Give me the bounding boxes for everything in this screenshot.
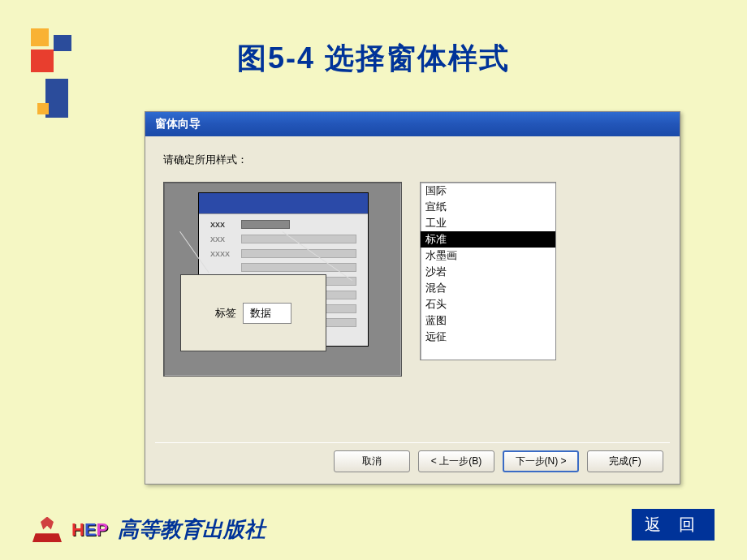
cancel-button[interactable]: 取消 [334, 450, 410, 472]
preview-row-label: XXX [210, 235, 241, 243]
dialog-prompt: 请确定所用样式： [163, 153, 662, 167]
style-item[interactable]: 工业 [421, 215, 555, 231]
finish-button[interactable]: 完成(F) [587, 450, 663, 472]
hep-logo-icon [32, 517, 62, 543]
preview-row-label: XXXX [210, 250, 241, 258]
style-item[interactable]: 混合 [421, 280, 555, 296]
button-row: 取消 < 上一步(B) 下一步(N) > 完成(F) [334, 450, 663, 472]
style-item[interactable]: 宣纸 [421, 199, 555, 215]
dialog-title: 窗体向导 [145, 112, 680, 136]
zoom-label: 标签 [215, 306, 236, 321]
preview-zoom: 标签 数据 [180, 274, 326, 351]
preview-row-label: XXX [210, 221, 241, 229]
footer: HEP 高等教育出版社 [32, 515, 266, 544]
zoom-value: 数据 [243, 303, 291, 324]
form-wizard-dialog: 窗体向导 请确定所用样式： XXX XXX XXXX [145, 111, 680, 485]
style-item[interactable]: 国际 [421, 183, 555, 199]
style-item[interactable]: 水墨画 [421, 248, 555, 264]
return-button[interactable]: 返 回 [632, 509, 715, 541]
page-title: 图5-4 选择窗体样式 [0, 39, 747, 79]
separator [155, 442, 670, 443]
style-item[interactable]: 标准 [421, 231, 555, 248]
hep-logo-text: HEP [71, 519, 108, 541]
style-item[interactable]: 石头 [421, 296, 555, 312]
style-item[interactable]: 蓝图 [421, 312, 555, 329]
back-button[interactable]: < 上一步(B) [418, 450, 494, 472]
style-preview: XXX XXX XXXX [163, 182, 402, 377]
style-listbox[interactable]: 国际宣纸工业标准水墨画沙岩混合石头蓝图远征 [420, 182, 556, 360]
next-button[interactable]: 下一步(N) > [503, 450, 579, 472]
style-item[interactable]: 沙岩 [421, 264, 555, 280]
style-item[interactable]: 远征 [421, 329, 555, 345]
publisher-name: 高等教育出版社 [118, 515, 266, 544]
